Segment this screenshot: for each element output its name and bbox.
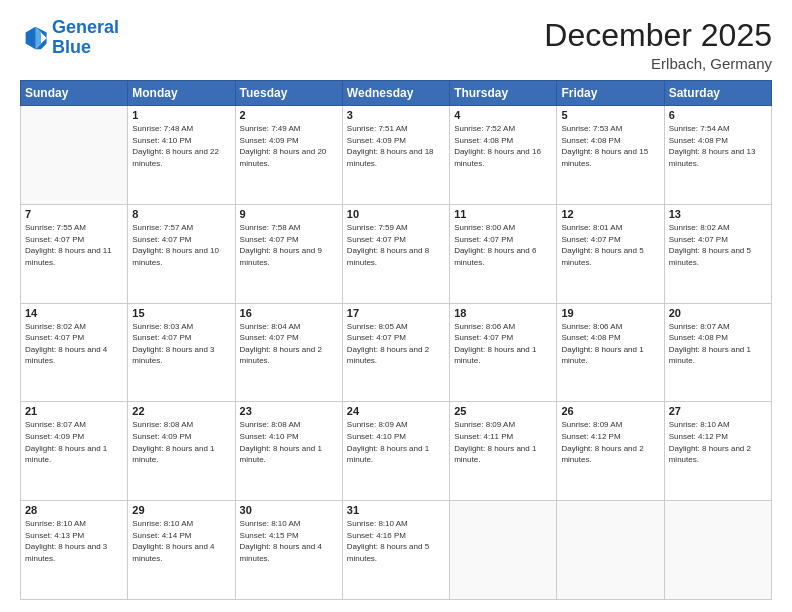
- day-info: Sunrise: 8:09 AMSunset: 4:11 PMDaylight:…: [454, 419, 552, 465]
- calendar-cell: 17Sunrise: 8:05 AMSunset: 4:07 PMDayligh…: [342, 303, 449, 402]
- page: General Blue December 2025 Erlbach, Germ…: [0, 0, 792, 612]
- weekday-header-thursday: Thursday: [450, 81, 557, 106]
- day-number: 29: [132, 504, 230, 516]
- calendar-cell: 4Sunrise: 7:52 AMSunset: 4:08 PMDaylight…: [450, 106, 557, 205]
- day-number: 28: [25, 504, 123, 516]
- day-info: Sunrise: 7:54 AMSunset: 4:08 PMDaylight:…: [669, 123, 767, 169]
- day-info: Sunrise: 8:01 AMSunset: 4:07 PMDaylight:…: [561, 222, 659, 268]
- calendar-cell: 5Sunrise: 7:53 AMSunset: 4:08 PMDaylight…: [557, 106, 664, 205]
- day-number: 31: [347, 504, 445, 516]
- day-number: 30: [240, 504, 338, 516]
- weekday-header-row: SundayMondayTuesdayWednesdayThursdayFrid…: [21, 81, 772, 106]
- day-info: Sunrise: 8:06 AMSunset: 4:08 PMDaylight:…: [561, 321, 659, 367]
- weekday-header-tuesday: Tuesday: [235, 81, 342, 106]
- day-info: Sunrise: 7:59 AMSunset: 4:07 PMDaylight:…: [347, 222, 445, 268]
- day-number: 3: [347, 109, 445, 121]
- header: General Blue December 2025 Erlbach, Germ…: [20, 18, 772, 72]
- calendar-cell: [664, 501, 771, 600]
- day-info: Sunrise: 8:05 AMSunset: 4:07 PMDaylight:…: [347, 321, 445, 367]
- day-number: 2: [240, 109, 338, 121]
- day-number: 6: [669, 109, 767, 121]
- calendar-cell: [450, 501, 557, 600]
- day-number: 24: [347, 405, 445, 417]
- day-number: 26: [561, 405, 659, 417]
- day-info: Sunrise: 8:08 AMSunset: 4:10 PMDaylight:…: [240, 419, 338, 465]
- calendar-cell: 6Sunrise: 7:54 AMSunset: 4:08 PMDaylight…: [664, 106, 771, 205]
- weekday-header-sunday: Sunday: [21, 81, 128, 106]
- day-number: 16: [240, 307, 338, 319]
- day-number: 22: [132, 405, 230, 417]
- calendar-cell: 23Sunrise: 8:08 AMSunset: 4:10 PMDayligh…: [235, 402, 342, 501]
- day-number: 5: [561, 109, 659, 121]
- calendar-cell: 27Sunrise: 8:10 AMSunset: 4:12 PMDayligh…: [664, 402, 771, 501]
- week-row-5: 28Sunrise: 8:10 AMSunset: 4:13 PMDayligh…: [21, 501, 772, 600]
- calendar-cell: 21Sunrise: 8:07 AMSunset: 4:09 PMDayligh…: [21, 402, 128, 501]
- day-number: 25: [454, 405, 552, 417]
- day-info: Sunrise: 8:07 AMSunset: 4:08 PMDaylight:…: [669, 321, 767, 367]
- day-info: Sunrise: 8:00 AMSunset: 4:07 PMDaylight:…: [454, 222, 552, 268]
- calendar-cell: 18Sunrise: 8:06 AMSunset: 4:07 PMDayligh…: [450, 303, 557, 402]
- day-number: 27: [669, 405, 767, 417]
- day-number: 14: [25, 307, 123, 319]
- calendar-cell: 22Sunrise: 8:08 AMSunset: 4:09 PMDayligh…: [128, 402, 235, 501]
- calendar-cell: 26Sunrise: 8:09 AMSunset: 4:12 PMDayligh…: [557, 402, 664, 501]
- calendar-cell: [557, 501, 664, 600]
- weekday-header-saturday: Saturday: [664, 81, 771, 106]
- day-number: 8: [132, 208, 230, 220]
- logo: General Blue: [20, 18, 119, 58]
- week-row-2: 7Sunrise: 7:55 AMSunset: 4:07 PMDaylight…: [21, 204, 772, 303]
- day-info: Sunrise: 8:08 AMSunset: 4:09 PMDaylight:…: [132, 419, 230, 465]
- calendar-cell: 14Sunrise: 8:02 AMSunset: 4:07 PMDayligh…: [21, 303, 128, 402]
- calendar-cell: 3Sunrise: 7:51 AMSunset: 4:09 PMDaylight…: [342, 106, 449, 205]
- day-info: Sunrise: 8:03 AMSunset: 4:07 PMDaylight:…: [132, 321, 230, 367]
- day-info: Sunrise: 7:53 AMSunset: 4:08 PMDaylight:…: [561, 123, 659, 169]
- location: Erlbach, Germany: [544, 55, 772, 72]
- calendar-cell: 2Sunrise: 7:49 AMSunset: 4:09 PMDaylight…: [235, 106, 342, 205]
- day-info: Sunrise: 7:51 AMSunset: 4:09 PMDaylight:…: [347, 123, 445, 169]
- day-info: Sunrise: 8:02 AMSunset: 4:07 PMDaylight:…: [25, 321, 123, 367]
- day-info: Sunrise: 7:49 AMSunset: 4:09 PMDaylight:…: [240, 123, 338, 169]
- week-row-4: 21Sunrise: 8:07 AMSunset: 4:09 PMDayligh…: [21, 402, 772, 501]
- calendar-cell: 19Sunrise: 8:06 AMSunset: 4:08 PMDayligh…: [557, 303, 664, 402]
- day-info: Sunrise: 8:10 AMSunset: 4:16 PMDaylight:…: [347, 518, 445, 564]
- week-row-3: 14Sunrise: 8:02 AMSunset: 4:07 PMDayligh…: [21, 303, 772, 402]
- calendar-cell: [21, 106, 128, 205]
- logo-text: General Blue: [52, 18, 119, 58]
- calendar-table: SundayMondayTuesdayWednesdayThursdayFrid…: [20, 80, 772, 600]
- day-info: Sunrise: 8:02 AMSunset: 4:07 PMDaylight:…: [669, 222, 767, 268]
- calendar-cell: 30Sunrise: 8:10 AMSunset: 4:15 PMDayligh…: [235, 501, 342, 600]
- day-info: Sunrise: 8:10 AMSunset: 4:12 PMDaylight:…: [669, 419, 767, 465]
- day-info: Sunrise: 7:55 AMSunset: 4:07 PMDaylight:…: [25, 222, 123, 268]
- day-number: 7: [25, 208, 123, 220]
- calendar-cell: 31Sunrise: 8:10 AMSunset: 4:16 PMDayligh…: [342, 501, 449, 600]
- day-number: 17: [347, 307, 445, 319]
- calendar-cell: 15Sunrise: 8:03 AMSunset: 4:07 PMDayligh…: [128, 303, 235, 402]
- calendar-cell: 13Sunrise: 8:02 AMSunset: 4:07 PMDayligh…: [664, 204, 771, 303]
- day-number: 20: [669, 307, 767, 319]
- day-number: 15: [132, 307, 230, 319]
- calendar-cell: 20Sunrise: 8:07 AMSunset: 4:08 PMDayligh…: [664, 303, 771, 402]
- day-info: Sunrise: 8:09 AMSunset: 4:12 PMDaylight:…: [561, 419, 659, 465]
- calendar-cell: 24Sunrise: 8:09 AMSunset: 4:10 PMDayligh…: [342, 402, 449, 501]
- day-number: 19: [561, 307, 659, 319]
- weekday-header-monday: Monday: [128, 81, 235, 106]
- calendar-cell: 11Sunrise: 8:00 AMSunset: 4:07 PMDayligh…: [450, 204, 557, 303]
- day-number: 13: [669, 208, 767, 220]
- weekday-header-wednesday: Wednesday: [342, 81, 449, 106]
- day-info: Sunrise: 7:52 AMSunset: 4:08 PMDaylight:…: [454, 123, 552, 169]
- day-info: Sunrise: 8:10 AMSunset: 4:13 PMDaylight:…: [25, 518, 123, 564]
- day-number: 11: [454, 208, 552, 220]
- calendar-cell: 10Sunrise: 7:59 AMSunset: 4:07 PMDayligh…: [342, 204, 449, 303]
- day-info: Sunrise: 8:07 AMSunset: 4:09 PMDaylight:…: [25, 419, 123, 465]
- calendar-cell: 25Sunrise: 8:09 AMSunset: 4:11 PMDayligh…: [450, 402, 557, 501]
- day-number: 4: [454, 109, 552, 121]
- calendar-cell: 9Sunrise: 7:58 AMSunset: 4:07 PMDaylight…: [235, 204, 342, 303]
- month-title: December 2025: [544, 18, 772, 53]
- day-info: Sunrise: 8:04 AMSunset: 4:07 PMDaylight:…: [240, 321, 338, 367]
- day-info: Sunrise: 8:10 AMSunset: 4:14 PMDaylight:…: [132, 518, 230, 564]
- day-info: Sunrise: 8:06 AMSunset: 4:07 PMDaylight:…: [454, 321, 552, 367]
- calendar-cell: 1Sunrise: 7:48 AMSunset: 4:10 PMDaylight…: [128, 106, 235, 205]
- day-number: 9: [240, 208, 338, 220]
- day-number: 10: [347, 208, 445, 220]
- day-info: Sunrise: 7:48 AMSunset: 4:10 PMDaylight:…: [132, 123, 230, 169]
